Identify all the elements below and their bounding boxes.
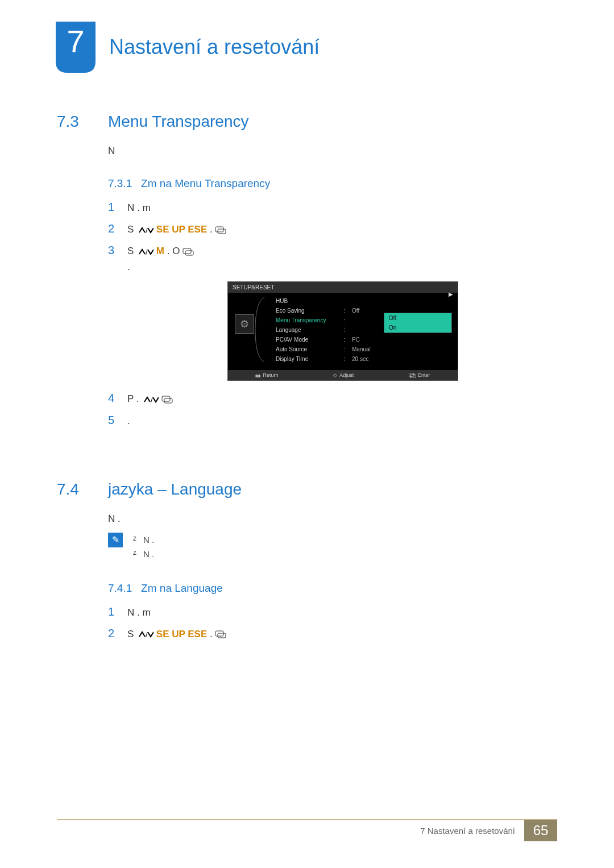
page-number: 65 [524,820,557,841]
bullet-line: zN . [133,547,614,562]
chapter-title: Nastavení a resetování [109,35,320,59]
osd-option: On [384,323,451,333]
subsection-number: 7.4.1 [108,582,132,594]
section-number: 7.4 [57,480,85,499]
step-text: P . / [127,391,557,407]
steps-list: 1 N . m 2 S / SE UP ESE . [0,603,614,642]
footer-label: 7 Nastavení a resetování [420,826,515,836]
enter-icon [161,393,173,408]
step: 3 S / M . O . [108,241,557,275]
osd-row: HUB [273,296,450,306]
subsection-title: Zm na Menu Transparency [141,177,270,189]
enter-icon [182,245,194,260]
highlight-text: SE UP ESE [156,224,207,235]
osd-option-active: Off [384,313,451,323]
osd-menu: HUB Eco Saving:Off Menu Transparency: La… [273,296,450,364]
svg-text:/: / [146,248,148,255]
step: 2 S / SE UP ESE . [108,624,557,642]
subsection-title: Zm na Language [141,582,223,594]
step-text: N . m [127,605,557,620]
step-number: 2 [108,219,118,238]
step-number: 2 [108,624,118,642]
section-heading: 7.3 Menu Transparency [0,113,614,131]
step-number: 4 [108,389,118,407]
osd-row: Auto Source:Manual [273,344,450,354]
section-number: 7.3 [57,113,85,131]
note-icon: ✎ [108,533,123,547]
step-number: 1 [108,198,118,216]
step: 1 N . m [108,198,557,216]
step: 5 . [108,411,557,429]
enter-icon [215,628,226,643]
highlight-text: SE UP ESE [156,629,207,639]
svg-rect-10 [164,398,172,403]
osd-titlebar: SETUP&RESET ▶ [228,282,458,293]
highlight-text: M [156,246,164,256]
section-heading: 7.4 jazyka – Language [0,480,614,499]
subsection-heading: 7.4.1 Zm na Language [0,582,614,595]
step-text: . [127,413,557,429]
svg-rect-5 [185,251,193,255]
step: 1 N . m [108,603,557,621]
osd-dropdown: Off On [384,313,452,333]
chapter-badge: 7 [56,22,96,73]
step-text: S / SE UP ESE . [127,626,557,642]
osd-bracket-icon [254,296,267,363]
osd-adjust-hint: ◇ Adjust [333,372,354,378]
step-number: 3 [108,241,118,259]
osd-enter-hint: Enter [409,372,430,378]
adjust-icon: ◇ [333,372,337,378]
chapter-number: 7 [56,23,96,60]
steps-list-cont: 4 P . / 5 . [0,389,614,429]
step: 4 P . / [108,389,557,407]
page-footer: 7 Nastavení a resetování 65 [57,819,557,841]
osd-row: Display Time:20 sec [273,354,450,364]
step-text: S / SE UP ESE . [127,222,557,238]
subsection-number: 7.3.1 [108,177,132,189]
enter-icon [409,373,416,378]
steps-list: 1 N . m 2 S / SE UP ESE . [0,198,614,275]
section-intro: N [0,146,614,157]
svg-text:/: / [146,631,148,638]
svg-rect-2 [218,229,226,234]
enter-icon [215,223,226,239]
subsection-heading: 7.3.1 Zm na Menu Transparency [0,177,614,190]
bullet-line: zN . [133,533,614,547]
svg-text:/: / [151,396,153,403]
section-title: Menu Transparency [108,113,248,131]
osd-return-hint: ▮▮▮ Return [255,372,278,378]
svg-rect-13 [218,633,226,638]
section-title: jazyka – Language [108,480,242,499]
osd-footer: ▮▮▮ Return ◇ Adjust Enter [228,370,458,380]
osd-category-icon-slot: ⚙ [235,314,254,334]
up-down-icon: / [136,244,154,260]
gear-icon: ⚙ [240,318,249,330]
chapter-header: 7 Nastavení a resetování [0,0,614,73]
up-down-icon: / [136,627,154,642]
step-text: N . m [127,200,557,215]
return-icon: ▮▮▮ [255,373,260,377]
section-intro: N . [0,513,614,525]
note-bullets: zN . zN . [133,533,614,562]
up-down-icon: / [142,392,159,408]
up-down-icon: / [136,223,154,238]
osd-screenshot: SETUP&RESET ▶ ⚙ HUB Eco Saving:Off Menu … [227,281,458,381]
step: 2 S / SE UP ESE . [108,219,557,238]
step-number: 5 [108,411,118,429]
step-text: S / M . O . [127,243,557,275]
osd-row: PC/AV Mode:PC [273,335,450,344]
step-number: 1 [108,603,118,621]
svg-text:/: / [146,227,148,234]
note-block: ✎ zN . zN . [0,533,614,562]
osd-title: SETUP&RESET [233,284,274,290]
